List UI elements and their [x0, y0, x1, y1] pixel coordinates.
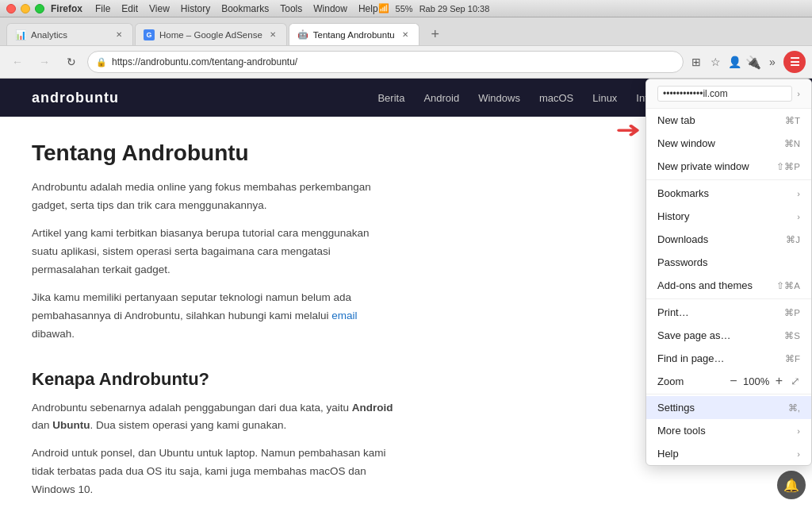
tab-adsense-close[interactable]: ✕ [267, 29, 278, 40]
para2: Artikel yang kami terbitkan biasanya ber… [32, 225, 396, 279]
tab-analytics-favicon: 📊 [15, 29, 26, 40]
clock: Rab 29 Sep 10:38 [419, 4, 490, 13]
zoom-value: 100% [742, 375, 771, 387]
menu-view[interactable]: View [149, 3, 170, 14]
menu-help[interactable]: Help [358, 3, 378, 14]
app-name: Firefox [51, 3, 82, 14]
menu-item-label-print: Print… [657, 306, 775, 318]
reader-icon[interactable]: 👤 [726, 54, 742, 70]
menu-item-history[interactable]: History› [646, 205, 811, 228]
tab-tentang-close[interactable]: ✕ [400, 29, 411, 40]
zoom-label: Zoom [657, 375, 725, 387]
nav-windows[interactable]: Windows [478, 92, 520, 104]
battery-icon: 55% [396, 4, 413, 13]
menu-item-new-private-window[interactable]: New private window⇧⌘P [646, 155, 811, 178]
menu-item-save-page[interactable]: Save page as…⌘S [646, 324, 811, 347]
menu-window[interactable]: Window [313, 3, 347, 14]
menu-bar[interactable]: File Edit View History Bookmarks Tools W… [95, 3, 378, 14]
address-bar[interactable]: 🔒 https://androbuntu.com/tentang-androbu… [87, 51, 684, 73]
menu-item-label-downloads: Downloads [657, 233, 776, 245]
dropdown-menu: ••••••••••••il.com › New tab⌘TNew window… [645, 79, 812, 466]
menu-item-label-more-tools: More tools [657, 425, 792, 437]
nav-macos[interactable]: macOS [539, 92, 573, 104]
close-button[interactable] [6, 4, 16, 13]
tab-bar: 📊 Analytics ✕ G Home – Google AdSense ✕ … [0, 17, 812, 46]
menu-shortcut-save-page: ⌘S [784, 330, 800, 341]
overflow-icon[interactable]: » [764, 54, 780, 70]
menu-tools[interactable]: Tools [280, 3, 302, 14]
menu-item-label-help: Help [657, 448, 792, 460]
tab-tentang-label: Tentang Androbuntu [313, 30, 395, 40]
email-link[interactable]: email [331, 310, 357, 321]
window-controls[interactable] [6, 4, 44, 13]
lock-icon: 🔒 [96, 57, 107, 67]
reload-button[interactable]: ↻ [60, 51, 82, 73]
tab-google-adsense[interactable]: G Home – Google AdSense ✕ [135, 23, 287, 45]
tab-tentang[interactable]: 🤖 Tentang Androbuntu ✕ [289, 23, 419, 45]
menu-item-new-tab[interactable]: New tab⌘T [646, 109, 811, 132]
nav-icons: ⊞ ☆ 👤 🔌 » ☰ [688, 51, 806, 73]
apps-icon[interactable]: ⊞ [688, 54, 704, 70]
forward-button[interactable]: → [33, 51, 56, 73]
menu-shortcut-new-tab: ⌘T [785, 115, 800, 126]
menu-item-settings[interactable]: Settings⌘, [646, 396, 811, 419]
new-tab-button[interactable]: + [424, 23, 446, 45]
red-arrow-indicator: ➜ [615, 117, 641, 143]
para5: Android untuk ponsel, dan Ubuntu untuk l… [32, 444, 396, 499]
menu-item-label-save-page: Save page as… [657, 329, 775, 341]
menu-item-label-new-tab: New tab [657, 114, 776, 126]
menu-item-new-window[interactable]: New window⌘N [646, 132, 811, 155]
menu-shortcut-add-ons-themes: ⇧⌘A [776, 280, 800, 291]
menu-email-row[interactable]: ••••••••••••il.com › [646, 79, 811, 109]
menu-item-bookmarks[interactable]: Bookmarks› [646, 182, 811, 205]
browser-chrome: 📊 Analytics ✕ G Home – Google AdSense ✕ … [0, 17, 812, 79]
menu-item-find-in-page[interactable]: Find in page…⌘F [646, 347, 811, 370]
extension-icon[interactable]: 🔌 [745, 54, 761, 70]
nav-berita[interactable]: Berita [377, 92, 404, 104]
menu-email-arrow-icon: › [797, 89, 800, 98]
para1: Androbuntu adalah media online yang foku… [32, 179, 396, 215]
zoom-minus-button[interactable]: − [725, 374, 741, 388]
nav-android[interactable]: Android [423, 92, 459, 104]
menu-item-label-bookmarks: Bookmarks [657, 187, 792, 199]
url-text[interactable]: https://androbuntu.com/tentang-androbunt… [112, 56, 675, 67]
menu-item-passwords[interactable]: Passwords [646, 251, 811, 274]
hamburger-menu-button[interactable]: ☰ [783, 51, 806, 73]
menu-item-label-settings: Settings [657, 402, 779, 414]
menu-file[interactable]: File [95, 3, 110, 14]
system-icons: 📶 55% Rab 29 Sep 10:38 [378, 3, 490, 13]
menu-zoom-row[interactable]: Zoom − 100% + ⤢ [646, 370, 811, 392]
tab-analytics[interactable]: 📊 Analytics ✕ [6, 23, 133, 45]
tab-analytics-close[interactable]: ✕ [113, 29, 124, 40]
menu-history[interactable]: History [181, 3, 210, 14]
menu-item-label-new-window: New window [657, 137, 775, 149]
zoom-expand-icon[interactable]: ⤢ [791, 375, 800, 387]
notification-bell[interactable]: 🔔 [777, 471, 806, 499]
star-icon[interactable]: ☆ [707, 54, 723, 70]
menu-item-label-new-private-window: New private window [657, 160, 767, 172]
maximize-button[interactable] [35, 4, 44, 13]
tab-adsense-label: Home – Google AdSense [159, 30, 262, 40]
website-logo: androbuntu [32, 90, 119, 106]
tab-analytics-label: Analytics [31, 30, 67, 40]
menu-item-add-ons-themes[interactable]: Add-ons and themes⇧⌘A [646, 274, 811, 297]
back-button[interactable]: ← [6, 51, 29, 73]
menu-shortcut-find-in-page: ⌘F [785, 353, 800, 364]
menu-edit[interactable]: Edit [121, 3, 138, 14]
menu-divider [646, 394, 811, 394]
wifi-icon: 📶 [378, 3, 389, 13]
content-left: Androbuntu adalah media online yang foku… [32, 179, 669, 353]
menu-item-print[interactable]: Print…⌘P [646, 301, 811, 324]
menu-item-label-history: History [657, 210, 792, 222]
menu-bookmarks[interactable]: Bookmarks [221, 3, 269, 14]
nav-linux[interactable]: Linux [592, 92, 617, 104]
zoom-plus-button[interactable]: + [771, 374, 787, 388]
menu-item-label-add-ons-themes: Add-ons and themes [657, 279, 767, 291]
minimize-button[interactable] [21, 4, 30, 13]
menu-item-more-tools[interactable]: More tools› [646, 419, 811, 442]
menu-arrow-history: › [797, 212, 800, 221]
menu-shortcut-print: ⌘P [784, 307, 800, 318]
menu-shortcut-settings: ⌘, [788, 402, 800, 414]
menu-item-help[interactable]: Help› [646, 442, 811, 465]
menu-item-downloads[interactable]: Downloads⌘J [646, 228, 811, 251]
